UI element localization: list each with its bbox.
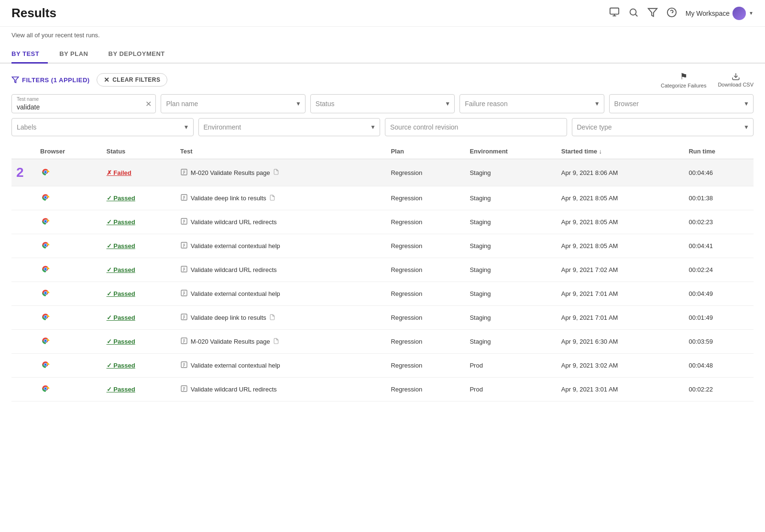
plan-cell: Regression	[386, 159, 465, 186]
download-icon	[732, 72, 740, 81]
browser-filter[interactable]: Browser ▼	[609, 94, 754, 113]
col-header-test: Test	[175, 144, 386, 159]
status-cell[interactable]: ✓ Passed	[102, 186, 175, 210]
status-passed[interactable]: ✓ Passed	[107, 195, 171, 202]
started-time-cell: Apr 9, 2021 6:30 AM	[557, 330, 684, 354]
status-passed[interactable]: ✓ Passed	[107, 242, 171, 250]
run-time-cell: 00:03:59	[684, 330, 754, 354]
test-icon	[180, 313, 188, 322]
plan-name-filter[interactable]: Plan name ▼	[161, 94, 305, 113]
plan-name-chevron: ▼	[295, 100, 301, 107]
environment-cell: Prod	[465, 378, 556, 402]
status-cell[interactable]: ✓ Passed	[102, 378, 175, 402]
download-csv-button[interactable]: Download CSV	[718, 72, 754, 87]
device-type-chevron: ▼	[743, 124, 749, 130]
test-name-clear-icon[interactable]: ✕	[145, 99, 152, 109]
clear-filters-button[interactable]: ✕ CLEAR FILTERS	[97, 73, 168, 87]
status-cell[interactable]: ✗ Failed	[102, 159, 175, 186]
plan-cell: Regression	[386, 186, 465, 210]
test-name-text: Validate external contextual help	[191, 290, 280, 297]
workspace-button[interactable]: My Workspace ▼	[686, 7, 754, 20]
test-cell: Validate wildcard URL redirects	[175, 378, 386, 402]
categorize-icon: ⚑	[680, 71, 688, 82]
test-doc-icon	[273, 169, 279, 176]
row-number-cell	[11, 378, 35, 402]
test-name-filter[interactable]: Test name ✕	[11, 94, 156, 113]
svg-marker-8	[12, 77, 18, 83]
environment-cell: Staging	[465, 282, 556, 306]
environment-cell: Prod	[465, 354, 556, 378]
device-type-filter[interactable]: Device type ▼	[572, 118, 754, 136]
environment-chevron: ▼	[370, 124, 376, 130]
status-passed[interactable]: ✓ Passed	[107, 386, 171, 393]
status-cell[interactable]: ✓ Passed	[102, 258, 175, 282]
plan-cell: Regression	[386, 282, 465, 306]
workspace-label: My Workspace	[686, 10, 730, 17]
filter-icon[interactable]	[647, 7, 658, 19]
col-header-environment: Environment	[465, 144, 556, 159]
status-passed[interactable]: ✓ Passed	[107, 338, 171, 345]
source-control-filter[interactable]: Source control revision	[385, 118, 567, 136]
filter-row-2: Labels ▼ Environment ▼ Source control re…	[0, 118, 765, 144]
run-time-cell: 00:04:41	[684, 234, 754, 258]
failure-reason-chevron: ▼	[594, 100, 600, 107]
svg-point-3	[630, 9, 636, 15]
svg-point-47	[44, 292, 46, 294]
tab-by-deployment[interactable]: BY DEPLOYMENT	[109, 45, 174, 64]
status-cell[interactable]: ✓ Passed	[102, 282, 175, 306]
failure-reason-filter[interactable]: Failure reason ▼	[459, 94, 604, 113]
col-header-rownum	[11, 144, 35, 159]
tab-by-plan[interactable]: BY PLAN	[59, 45, 97, 64]
started-time-cell: Apr 9, 2021 3:02 AM	[557, 354, 684, 378]
run-time-cell: 00:04:49	[684, 282, 754, 306]
test-icon	[180, 168, 188, 177]
test-cell: Validate external contextual help	[175, 354, 386, 378]
svg-point-19	[44, 196, 46, 198]
categorize-failures-button[interactable]: ⚑ Categorize Failures	[661, 71, 706, 88]
test-icon	[180, 361, 188, 370]
row-number-cell	[11, 210, 35, 234]
run-time-cell: 00:04:48	[684, 354, 754, 378]
row-number-cell	[11, 186, 35, 210]
status-passed[interactable]: ✓ Passed	[107, 290, 171, 297]
row-number-cell: 2	[11, 159, 35, 186]
test-icon	[180, 265, 188, 274]
monitor-icon[interactable]	[609, 7, 620, 20]
test-cell: Validate external contextual help	[175, 234, 386, 258]
test-name-text: Validate deep link to results	[191, 195, 266, 202]
status-cell[interactable]: ✓ Passed	[102, 234, 175, 258]
col-header-started-time[interactable]: Started time ↓	[557, 144, 684, 159]
plan-cell: Regression	[386, 378, 465, 402]
status-failed[interactable]: ✗ Failed	[107, 169, 171, 176]
browser-cell	[35, 210, 102, 234]
row-number-cell	[11, 282, 35, 306]
status-passed[interactable]: ✓ Passed	[107, 266, 171, 273]
status-passed[interactable]: ✓ Passed	[107, 218, 171, 226]
started-time-cell: Apr 9, 2021 7:01 AM	[557, 306, 684, 330]
filters-bar: FILTERS (1 Applied) ✕ CLEAR FILTERS ⚑ Ca…	[0, 64, 765, 94]
svg-point-68	[44, 364, 46, 366]
tab-by-test[interactable]: BY TEST	[11, 45, 48, 64]
status-cell[interactable]: ✓ Passed	[102, 306, 175, 330]
status-passed[interactable]: ✓ Passed	[107, 314, 171, 321]
environment-cell: Staging	[465, 330, 556, 354]
run-time-cell: 00:02:22	[684, 378, 754, 402]
search-icon[interactable]	[628, 7, 639, 19]
status-passed[interactable]: ✓ Passed	[107, 362, 171, 369]
status-cell[interactable]: ✓ Passed	[102, 354, 175, 378]
svg-rect-0	[610, 8, 619, 14]
status-cell[interactable]: ✓ Passed	[102, 210, 175, 234]
labels-filter[interactable]: Labels ▼	[11, 118, 194, 136]
svg-point-40	[44, 268, 46, 270]
browser-cell	[35, 234, 102, 258]
table-row: ✓ Passed Validate deep link to results R…	[11, 186, 754, 210]
status-cell[interactable]: ✓ Passed	[102, 330, 175, 354]
table-row: ✓ Passed Validate external contextual he…	[11, 234, 754, 258]
environment-filter[interactable]: Environment ▼	[198, 118, 381, 136]
table-row: ✓ Passed Validate wildcard URL redirects…	[11, 258, 754, 282]
environment-cell: Staging	[465, 258, 556, 282]
status-filter[interactable]: Status ▼	[310, 94, 455, 113]
help-icon[interactable]	[667, 7, 677, 19]
test-name-text: M-020 Validate Results page	[191, 338, 270, 345]
col-header-plan: Plan	[386, 144, 465, 159]
